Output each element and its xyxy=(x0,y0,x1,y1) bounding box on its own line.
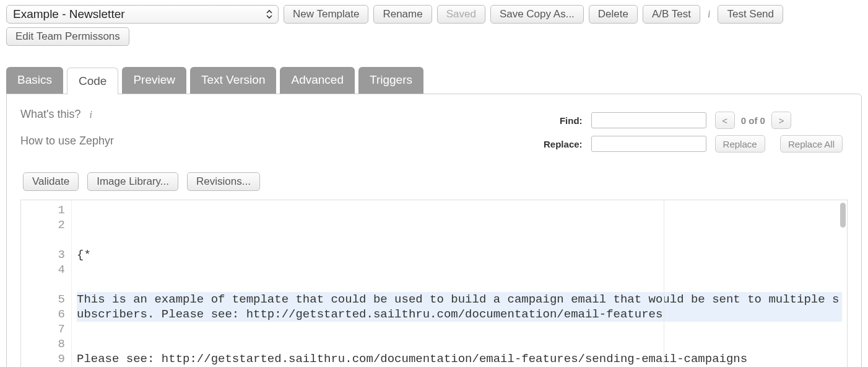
how-to-link[interactable]: How to use Zephyr xyxy=(20,135,114,148)
top-toolbar: Example - Newsletter New Template Rename… xyxy=(0,0,868,26)
editor-gutter: 1 2 3 4 5 6 7 8 9 10▼ xyxy=(21,200,72,367)
find-prev-button[interactable]: < xyxy=(715,112,735,129)
new-template-button[interactable]: New Template xyxy=(284,5,368,24)
info-icon[interactable]: i xyxy=(87,109,94,120)
rename-button[interactable]: Rename xyxy=(373,5,432,24)
tab-advanced[interactable]: Advanced xyxy=(280,67,355,94)
print-margin xyxy=(664,200,664,367)
saved-button[interactable]: Saved xyxy=(437,5,485,24)
tabs: Basics Code Preview Text Version Advance… xyxy=(0,67,868,94)
line-number: 2 xyxy=(24,218,65,247)
replace-input[interactable] xyxy=(591,136,706,152)
find-input[interactable] xyxy=(591,112,706,128)
tab-code[interactable]: Code xyxy=(67,68,118,94)
code-line: This is an example of template that coul… xyxy=(77,292,842,322)
replace-label: Replace: xyxy=(534,139,583,149)
line-number: 3 xyxy=(24,247,65,262)
line-number: 1 xyxy=(24,203,65,218)
tab-basics[interactable]: Basics xyxy=(6,67,63,94)
line-number: 9 xyxy=(24,352,65,366)
validate-button[interactable]: Validate xyxy=(23,172,79,191)
template-select[interactable]: Example - Newsletter xyxy=(6,5,279,24)
dropdown-chevrons-icon xyxy=(266,9,273,20)
help-links: What's this? i How to use Zephyr xyxy=(20,108,114,161)
scrollbar-thumb[interactable] xyxy=(840,203,846,228)
find-label: Find: xyxy=(534,115,583,126)
code-editor[interactable]: 1 2 3 4 5 6 7 8 9 10▼ {* This is an exam… xyxy=(20,200,848,367)
line-number: 8 xyxy=(24,337,65,352)
tab-triggers[interactable]: Triggers xyxy=(358,67,423,94)
find-next-button[interactable]: > xyxy=(771,112,791,129)
tab-text-version[interactable]: Text Version xyxy=(190,67,277,94)
template-select-value: Example - Newsletter xyxy=(13,7,125,21)
image-library-button[interactable]: Image Library... xyxy=(87,172,178,191)
save-copy-as-button[interactable]: Save Copy As... xyxy=(490,5,584,24)
whats-this-link[interactable]: What's this? xyxy=(20,108,80,121)
info-icon[interactable]: i xyxy=(705,9,713,20)
find-replace: Find: < 0 of 0 > Replace: Replace Replac… xyxy=(529,108,848,161)
test-send-button[interactable]: Test Send xyxy=(718,5,783,24)
editor-content[interactable]: {* This is an example of template that c… xyxy=(72,200,847,367)
replace-all-button[interactable]: Replace All xyxy=(780,135,843,153)
line-number: 5 xyxy=(24,292,65,307)
ab-test-button[interactable]: A/B Test xyxy=(643,5,700,24)
line-number: 4 xyxy=(24,262,65,292)
delete-button[interactable]: Delete xyxy=(589,5,638,24)
edit-team-permissions-button[interactable]: Edit Team Permissons xyxy=(6,27,129,46)
code-line: {* xyxy=(77,247,842,262)
line-number: 6 xyxy=(24,307,65,322)
code-actions: Validate Image Library... Revisions... xyxy=(23,172,848,191)
revisions-button[interactable]: Revisions... xyxy=(187,172,260,191)
replace-button[interactable]: Replace xyxy=(715,135,765,153)
find-count: 0 of 0 xyxy=(737,115,769,126)
second-toolbar: Edit Team Permissons xyxy=(0,26,868,52)
code-panel: What's this? i How to use Zephyr Find: <… xyxy=(6,94,862,367)
line-number: 7 xyxy=(24,322,65,337)
code-line: Please see: http://getstarted.sailthru.c… xyxy=(77,352,842,366)
tab-preview[interactable]: Preview xyxy=(122,67,186,94)
